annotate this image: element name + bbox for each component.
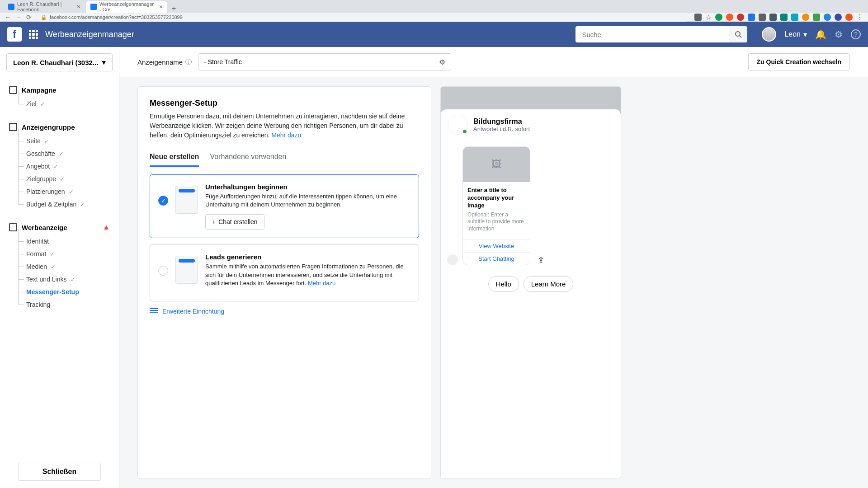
tab-title: Werbeanzeigenmanager - Cre xyxy=(99,1,156,12)
extension-icon[interactable] xyxy=(748,14,755,21)
sidebar: Leon R. Chaudhari (3032... ▾ Kampagne Zi… xyxy=(0,47,119,488)
extension-icon[interactable] xyxy=(759,14,766,21)
extension-icon[interactable] xyxy=(824,14,831,21)
option-leads[interactable]: Leads generieren Sammle mithilfe von aut… xyxy=(150,244,419,301)
facebook-logo-icon[interactable]: f xyxy=(7,27,22,42)
chevron-down-icon: ▾ xyxy=(803,30,807,39)
browser-tab[interactable]: Leon R. Chaudhari | Facebook × xyxy=(4,1,85,13)
apps-grid-icon[interactable] xyxy=(29,30,38,39)
extension-icon[interactable] xyxy=(813,14,820,21)
check-icon: ✓ xyxy=(53,163,58,170)
extension-icon[interactable] xyxy=(715,14,722,21)
menu-icon[interactable]: ⋮ xyxy=(856,13,863,22)
sidebar-item-label: Text und Links xyxy=(26,276,67,283)
page-name: Bildungsfirma xyxy=(473,117,530,126)
sidebar-item-ziel[interactable]: Ziel ✓ xyxy=(0,98,119,110)
app-title: Werbeanzeigenmanager xyxy=(45,30,134,39)
start-chatting-button[interactable]: Start Chatting xyxy=(463,252,530,265)
browser-chrome: Leon R. Chaudhari | Facebook × Werbeanze… xyxy=(0,0,868,22)
advanced-setup-link[interactable]: Erweiterte Einrichtung xyxy=(150,308,419,315)
option-title: Leads generieren xyxy=(205,253,410,261)
tab-new[interactable]: Neue erstellen xyxy=(150,148,199,167)
sidebar-item-label: Tracking xyxy=(26,301,50,308)
sidebar-item-label: Ziel xyxy=(26,100,37,108)
view-website-button[interactable]: View Website xyxy=(463,239,530,252)
check-icon: ✓ xyxy=(50,251,55,258)
new-tab-button[interactable]: + xyxy=(168,5,179,13)
extension-icon[interactable] xyxy=(694,14,702,21)
ad-name-bar: Anzeigenname i - Store Traffic ⚙ Zu Quic… xyxy=(119,47,868,77)
avatar[interactable] xyxy=(762,27,776,42)
url-field[interactable]: 🔒 facebook.com/adsmanager/creation?act=3… xyxy=(36,13,690,22)
star-icon[interactable]: ☆ xyxy=(705,13,712,22)
adset-icon xyxy=(9,123,17,131)
back-icon[interactable]: ← xyxy=(5,14,11,21)
forward-icon[interactable]: → xyxy=(15,14,22,21)
ad-name-input[interactable]: - Store Traffic ⚙ xyxy=(198,53,451,70)
option-conversations[interactable]: ✓ Unterhaltungen beginnen Füge Aufforder… xyxy=(150,174,419,238)
response-status: Antwortet i.d.R. sofort xyxy=(473,126,530,132)
message-subtitle: Optional: Enter a subtitle to provide mo… xyxy=(467,211,525,233)
sidebar-item-label: Angebot xyxy=(26,163,50,170)
messenger-setup-card: Messenger-Setup Ermutige Personen dazu, … xyxy=(137,86,431,479)
sidebar-item-budget[interactable]: Budget & Zeitplan✓ xyxy=(0,198,119,211)
button-label: Chat erstellen xyxy=(218,218,257,225)
account-name: Leon R. Chaudhari (3032... xyxy=(13,59,98,66)
extension-icon[interactable] xyxy=(769,14,777,21)
share-icon[interactable]: ⇪ xyxy=(538,255,544,265)
extension-icon[interactable] xyxy=(845,14,853,21)
sidebar-item-label: Geschäfte xyxy=(26,150,55,157)
user-menu[interactable]: Leon ▾ xyxy=(784,30,807,39)
extension-icon[interactable] xyxy=(802,14,809,21)
search-button[interactable] xyxy=(729,26,747,42)
radio-checked-icon[interactable]: ✓ xyxy=(158,196,168,206)
extension-icon[interactable] xyxy=(737,14,744,21)
quick-reply-learn-more[interactable]: Learn More xyxy=(524,276,574,292)
info-icon[interactable]: i xyxy=(185,59,192,65)
extension-icon[interactable] xyxy=(780,14,788,21)
ad-name-value: - Store Traffic xyxy=(204,58,242,66)
quick-creation-button[interactable]: Zu Quick Creation wechseln xyxy=(748,53,850,70)
create-chat-button[interactable]: + Chat erstellen xyxy=(205,214,264,230)
help-icon[interactable]: ? xyxy=(851,29,861,39)
learn-more-link[interactable]: Mehr dazu xyxy=(271,131,301,139)
browser-tab[interactable]: Werbeanzeigenmanager - Cre × xyxy=(86,1,167,13)
sidebar-item-tracking[interactable]: Tracking xyxy=(0,298,119,311)
check-icon: ✓ xyxy=(59,150,64,157)
tab-bar: Leon R. Chaudhari | Facebook × Werbeanze… xyxy=(0,0,868,13)
gear-icon[interactable]: ⚙ xyxy=(439,58,445,66)
app-header: f Werbeanzeigenmanager Leon ▾ 🔔 ⚙ ? xyxy=(0,22,868,47)
page-avatar xyxy=(448,115,468,135)
search-icon xyxy=(735,31,742,38)
extension-icon[interactable] xyxy=(791,14,798,21)
quick-reply-hello[interactable]: Hello xyxy=(488,276,519,292)
user-name-label: Leon xyxy=(784,30,801,38)
close-icon[interactable]: × xyxy=(77,3,80,10)
tab-existing[interactable]: Vorhandene verwenden xyxy=(210,148,286,167)
bell-icon[interactable]: 🔔 xyxy=(815,29,826,40)
learn-more-link[interactable]: Mehr dazu xyxy=(308,280,335,286)
image-placeholder-icon: 🖼 xyxy=(463,147,530,182)
reload-icon[interactable]: ⟳ xyxy=(26,14,32,21)
check-icon: ✓ xyxy=(60,176,65,183)
close-button[interactable]: Schließen xyxy=(18,463,101,481)
account-selector[interactable]: Leon R. Chaudhari (3032... ▾ xyxy=(6,53,113,71)
sidebar-item-label: Platzierungen xyxy=(26,188,65,195)
extension-icon[interactable] xyxy=(726,14,733,21)
card-description: Ermutige Personen dazu, mit deinem Unter… xyxy=(150,112,419,140)
gear-icon[interactable]: ⚙ xyxy=(835,29,843,40)
user-area: Leon ▾ 🔔 ⚙ ? xyxy=(762,27,861,42)
check-icon: ✓ xyxy=(40,101,45,108)
search-input[interactable] xyxy=(576,26,729,42)
messenger-preview: Bildungsfirma Antwortet i.d.R. sofort 🖼 … xyxy=(440,86,621,479)
radio-unchecked-icon[interactable] xyxy=(158,266,168,276)
tab-title: Leon R. Chaudhari | Facebook xyxy=(17,1,74,12)
search-box xyxy=(576,26,747,42)
sidebar-item-label: Format xyxy=(26,250,46,258)
main-content: Anzeigenname i - Store Traffic ⚙ Zu Quic… xyxy=(119,47,868,488)
extension-icon[interactable] xyxy=(835,14,842,21)
sidebar-item-label: Medien xyxy=(26,263,47,270)
close-icon[interactable]: × xyxy=(159,3,163,10)
option-description: Füge Aufforderungen hinzu, auf die Inter… xyxy=(205,192,410,209)
extension-icons: ☆ ⋮ xyxy=(694,13,863,22)
